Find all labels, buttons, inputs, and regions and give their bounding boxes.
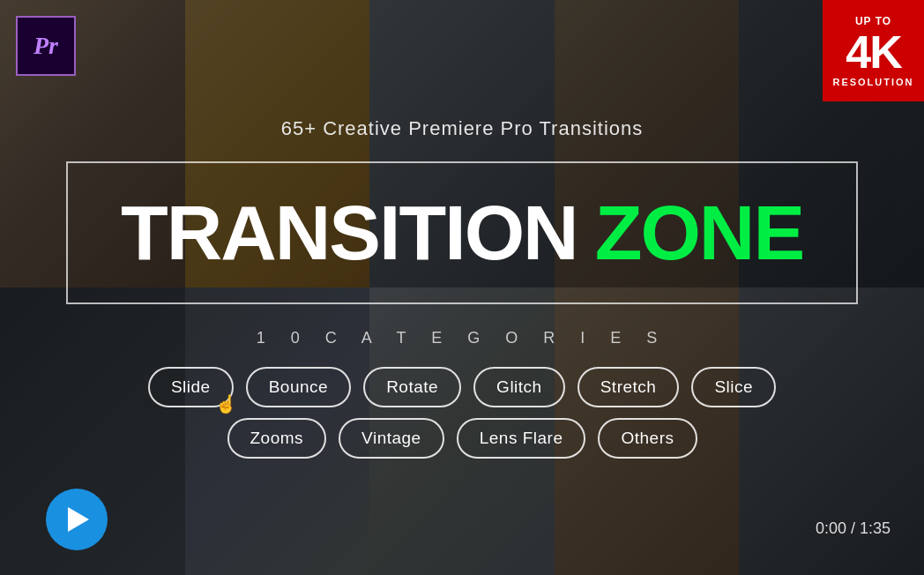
pill-slide-wrapper: Slide ☝	[148, 367, 234, 407]
title-box: TRANSITION ZONE	[66, 161, 858, 304]
pill-rotate[interactable]: Rotate	[363, 367, 461, 407]
pill-lens-flare[interactable]: Lens Flare	[457, 418, 586, 459]
time-total: 1:35	[860, 519, 890, 537]
badge-4k-text: 4K	[846, 29, 900, 75]
badge-resolution-label: RESOLUTION	[832, 77, 913, 87]
pill-vintage[interactable]: Vintage	[339, 418, 444, 459]
pill-slice[interactable]: Slice	[691, 367, 776, 407]
pills-row-2: Zooms Vintage Lens Flare Others	[227, 418, 697, 459]
categories-label: 1 0 C A T E G O R I E S	[257, 329, 667, 347]
pills-container: Slide ☝ Bounce Rotate Glitch Stretch Sli…	[148, 367, 776, 459]
main-content: 65+ Creative Premiere Pro Transitions TR…	[0, 0, 924, 575]
premiere-logo: Pr	[16, 16, 76, 76]
premiere-logo-text: Pr	[34, 32, 58, 60]
badge-4k: UP TO 4K RESOLUTION	[823, 0, 924, 101]
pill-others[interactable]: Others	[598, 418, 697, 459]
badge-up-to-label: UP TO	[855, 15, 891, 27]
pill-zooms[interactable]: Zooms	[227, 418, 327, 459]
title-part1: TRANSITION	[121, 188, 578, 278]
pills-row-1: Slide ☝ Bounce Rotate Glitch Stretch Sli…	[148, 367, 776, 407]
time-separator: /	[846, 519, 860, 537]
cursor-icon: ☝	[215, 393, 237, 414]
subtitle: 65+ Creative Premiere Pro Transitions	[281, 117, 644, 140]
pill-stretch[interactable]: Stretch	[578, 367, 680, 407]
title-part2: ZONE	[595, 188, 803, 278]
time-indicator: 0:00 / 1:35	[816, 519, 890, 538]
pill-glitch[interactable]: Glitch	[473, 367, 565, 407]
play-icon	[68, 507, 89, 532]
play-button[interactable]	[46, 489, 108, 550]
pill-bounce[interactable]: Bounce	[246, 367, 351, 407]
time-current: 0:00	[816, 519, 846, 537]
